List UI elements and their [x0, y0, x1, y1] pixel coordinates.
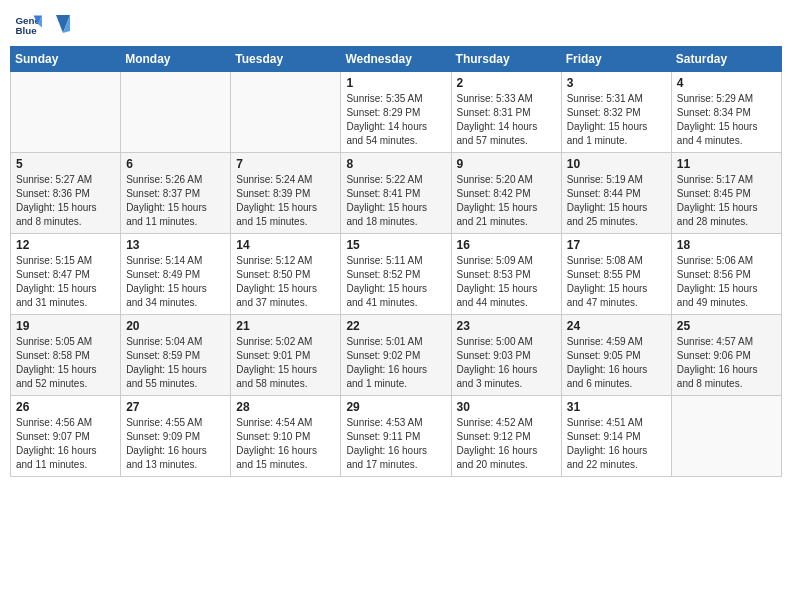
header: General Blue [10, 10, 782, 38]
calendar-week-row: 1Sunrise: 5:35 AMSunset: 8:29 PMDaylight… [11, 72, 782, 153]
day-number: 14 [236, 238, 335, 252]
calendar-cell: 18Sunrise: 5:06 AMSunset: 8:56 PMDayligh… [671, 234, 781, 315]
weekday-header-thursday: Thursday [451, 47, 561, 72]
day-info: Sunrise: 5:29 AMSunset: 8:34 PMDaylight:… [677, 92, 776, 148]
calendar-week-row: 26Sunrise: 4:56 AMSunset: 9:07 PMDayligh… [11, 396, 782, 477]
calendar-cell [121, 72, 231, 153]
day-number: 6 [126, 157, 225, 171]
day-info: Sunrise: 5:24 AMSunset: 8:39 PMDaylight:… [236, 173, 335, 229]
day-number: 21 [236, 319, 335, 333]
day-info: Sunrise: 5:19 AMSunset: 8:44 PMDaylight:… [567, 173, 666, 229]
day-number: 18 [677, 238, 776, 252]
day-number: 29 [346, 400, 445, 414]
day-number: 25 [677, 319, 776, 333]
calendar-cell: 2Sunrise: 5:33 AMSunset: 8:31 PMDaylight… [451, 72, 561, 153]
day-info: Sunrise: 5:05 AMSunset: 8:58 PMDaylight:… [16, 335, 115, 391]
calendar-cell: 23Sunrise: 5:00 AMSunset: 9:03 PMDayligh… [451, 315, 561, 396]
day-info: Sunrise: 5:02 AMSunset: 9:01 PMDaylight:… [236, 335, 335, 391]
day-info: Sunrise: 5:20 AMSunset: 8:42 PMDaylight:… [457, 173, 556, 229]
day-number: 4 [677, 76, 776, 90]
day-number: 7 [236, 157, 335, 171]
weekday-header-sunday: Sunday [11, 47, 121, 72]
day-number: 8 [346, 157, 445, 171]
calendar-cell: 31Sunrise: 4:51 AMSunset: 9:14 PMDayligh… [561, 396, 671, 477]
calendar-week-row: 19Sunrise: 5:05 AMSunset: 8:58 PMDayligh… [11, 315, 782, 396]
day-number: 1 [346, 76, 445, 90]
calendar-cell: 17Sunrise: 5:08 AMSunset: 8:55 PMDayligh… [561, 234, 671, 315]
weekday-header-row: SundayMondayTuesdayWednesdayThursdayFrid… [11, 47, 782, 72]
calendar-cell [11, 72, 121, 153]
svg-text:Blue: Blue [15, 25, 37, 36]
calendar-cell [671, 396, 781, 477]
calendar-cell: 14Sunrise: 5:12 AMSunset: 8:50 PMDayligh… [231, 234, 341, 315]
day-info: Sunrise: 4:54 AMSunset: 9:10 PMDaylight:… [236, 416, 335, 472]
day-info: Sunrise: 5:06 AMSunset: 8:56 PMDaylight:… [677, 254, 776, 310]
day-number: 24 [567, 319, 666, 333]
day-info: Sunrise: 5:11 AMSunset: 8:52 PMDaylight:… [346, 254, 445, 310]
day-number: 2 [457, 76, 556, 90]
calendar-cell: 19Sunrise: 5:05 AMSunset: 8:58 PMDayligh… [11, 315, 121, 396]
calendar-cell: 3Sunrise: 5:31 AMSunset: 8:32 PMDaylight… [561, 72, 671, 153]
day-info: Sunrise: 5:17 AMSunset: 8:45 PMDaylight:… [677, 173, 776, 229]
calendar-cell: 16Sunrise: 5:09 AMSunset: 8:53 PMDayligh… [451, 234, 561, 315]
day-info: Sunrise: 4:52 AMSunset: 9:12 PMDaylight:… [457, 416, 556, 472]
calendar-cell: 30Sunrise: 4:52 AMSunset: 9:12 PMDayligh… [451, 396, 561, 477]
calendar-cell: 22Sunrise: 5:01 AMSunset: 9:02 PMDayligh… [341, 315, 451, 396]
weekday-header-tuesday: Tuesday [231, 47, 341, 72]
calendar-cell: 26Sunrise: 4:56 AMSunset: 9:07 PMDayligh… [11, 396, 121, 477]
calendar-cell: 29Sunrise: 4:53 AMSunset: 9:11 PMDayligh… [341, 396, 451, 477]
day-number: 26 [16, 400, 115, 414]
day-info: Sunrise: 5:04 AMSunset: 8:59 PMDaylight:… [126, 335, 225, 391]
day-number: 5 [16, 157, 115, 171]
calendar-cell: 9Sunrise: 5:20 AMSunset: 8:42 PMDaylight… [451, 153, 561, 234]
calendar-cell: 21Sunrise: 5:02 AMSunset: 9:01 PMDayligh… [231, 315, 341, 396]
day-number: 10 [567, 157, 666, 171]
calendar-cell: 11Sunrise: 5:17 AMSunset: 8:45 PMDayligh… [671, 153, 781, 234]
day-info: Sunrise: 4:55 AMSunset: 9:09 PMDaylight:… [126, 416, 225, 472]
day-number: 28 [236, 400, 335, 414]
day-number: 22 [346, 319, 445, 333]
day-number: 15 [346, 238, 445, 252]
calendar-cell: 10Sunrise: 5:19 AMSunset: 8:44 PMDayligh… [561, 153, 671, 234]
day-number: 11 [677, 157, 776, 171]
calendar-cell: 6Sunrise: 5:26 AMSunset: 8:37 PMDaylight… [121, 153, 231, 234]
day-number: 30 [457, 400, 556, 414]
day-number: 3 [567, 76, 666, 90]
logo-triangle-icon [48, 13, 70, 35]
weekday-header-friday: Friday [561, 47, 671, 72]
day-info: Sunrise: 4:53 AMSunset: 9:11 PMDaylight:… [346, 416, 445, 472]
day-number: 9 [457, 157, 556, 171]
calendar-cell: 12Sunrise: 5:15 AMSunset: 8:47 PMDayligh… [11, 234, 121, 315]
day-info: Sunrise: 5:35 AMSunset: 8:29 PMDaylight:… [346, 92, 445, 148]
day-number: 13 [126, 238, 225, 252]
day-number: 23 [457, 319, 556, 333]
calendar-cell: 13Sunrise: 5:14 AMSunset: 8:49 PMDayligh… [121, 234, 231, 315]
day-number: 12 [16, 238, 115, 252]
calendar-cell: 7Sunrise: 5:24 AMSunset: 8:39 PMDaylight… [231, 153, 341, 234]
day-info: Sunrise: 5:31 AMSunset: 8:32 PMDaylight:… [567, 92, 666, 148]
day-info: Sunrise: 5:00 AMSunset: 9:03 PMDaylight:… [457, 335, 556, 391]
calendar-cell: 8Sunrise: 5:22 AMSunset: 8:41 PMDaylight… [341, 153, 451, 234]
day-info: Sunrise: 4:56 AMSunset: 9:07 PMDaylight:… [16, 416, 115, 472]
day-number: 31 [567, 400, 666, 414]
weekday-header-saturday: Saturday [671, 47, 781, 72]
day-info: Sunrise: 5:27 AMSunset: 8:36 PMDaylight:… [16, 173, 115, 229]
day-info: Sunrise: 5:14 AMSunset: 8:49 PMDaylight:… [126, 254, 225, 310]
day-info: Sunrise: 5:33 AMSunset: 8:31 PMDaylight:… [457, 92, 556, 148]
day-number: 19 [16, 319, 115, 333]
day-number: 20 [126, 319, 225, 333]
day-info: Sunrise: 5:22 AMSunset: 8:41 PMDaylight:… [346, 173, 445, 229]
day-info: Sunrise: 5:12 AMSunset: 8:50 PMDaylight:… [236, 254, 335, 310]
calendar-cell: 28Sunrise: 4:54 AMSunset: 9:10 PMDayligh… [231, 396, 341, 477]
day-info: Sunrise: 5:08 AMSunset: 8:55 PMDaylight:… [567, 254, 666, 310]
calendar-week-row: 12Sunrise: 5:15 AMSunset: 8:47 PMDayligh… [11, 234, 782, 315]
calendar-cell: 27Sunrise: 4:55 AMSunset: 9:09 PMDayligh… [121, 396, 231, 477]
day-info: Sunrise: 5:15 AMSunset: 8:47 PMDaylight:… [16, 254, 115, 310]
calendar-cell: 1Sunrise: 5:35 AMSunset: 8:29 PMDaylight… [341, 72, 451, 153]
calendar-cell: 20Sunrise: 5:04 AMSunset: 8:59 PMDayligh… [121, 315, 231, 396]
day-info: Sunrise: 4:51 AMSunset: 9:14 PMDaylight:… [567, 416, 666, 472]
logo-icon: General Blue [14, 10, 42, 38]
day-number: 17 [567, 238, 666, 252]
calendar-table: SundayMondayTuesdayWednesdayThursdayFrid… [10, 46, 782, 477]
calendar-week-row: 5Sunrise: 5:27 AMSunset: 8:36 PMDaylight… [11, 153, 782, 234]
